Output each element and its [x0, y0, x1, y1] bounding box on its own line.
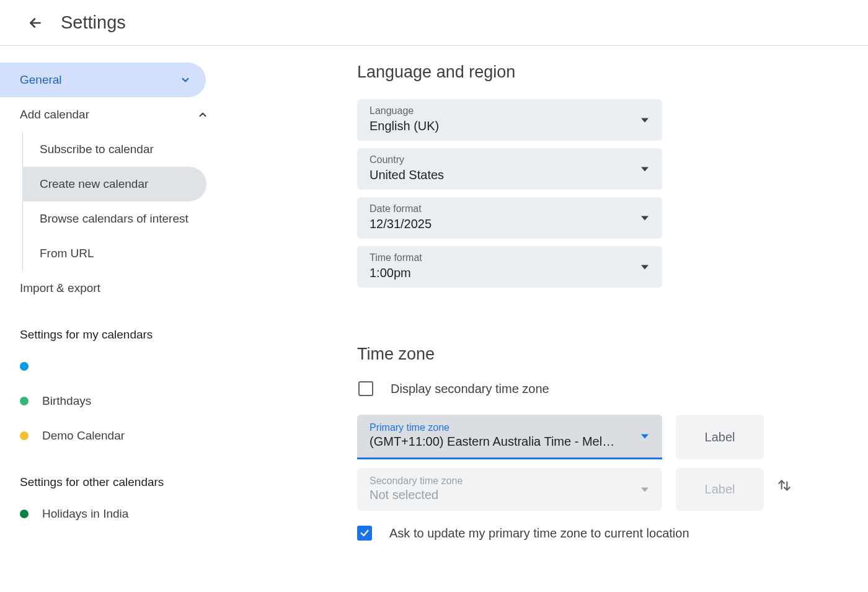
calendar-color-dot: [20, 397, 29, 405]
sidebar-heading-my-calendars: Settings for my calendars: [0, 306, 223, 349]
dropdown-icon: [641, 433, 649, 440]
section-title-timezone: Time zone: [357, 345, 868, 364]
sidebar-sub-from-url[interactable]: From URL: [22, 236, 223, 271]
select-label: Primary time zone: [370, 422, 650, 433]
sidebar-cal-item-0[interactable]: [0, 349, 223, 384]
sidebar-item-add-calendar[interactable]: Add calendar: [0, 97, 223, 132]
sidebar-cal-item-holidays-india[interactable]: Holidays in India: [0, 497, 223, 531]
dropdown-icon: [641, 263, 649, 271]
back-button[interactable]: [21, 9, 50, 37]
check-icon: [360, 528, 370, 538]
select-label: Secondary time zone: [370, 475, 650, 487]
select-label: Language: [370, 105, 650, 117]
sidebar: General Add calendar Subscribe to calend…: [0, 63, 223, 541]
dropdown-icon: [641, 117, 649, 124]
sidebar-item-import-export[interactable]: Import & export: [0, 271, 223, 306]
sidebar-sub-browse[interactable]: Browse calendars of interest: [22, 201, 223, 236]
language-select[interactable]: Language English (UK): [357, 99, 662, 141]
page-title: Settings: [61, 12, 126, 33]
calendar-color-dot: [20, 362, 29, 371]
sidebar-item-label: Holidays in India: [42, 507, 128, 521]
secondary-tz-label-button: Label: [676, 468, 764, 511]
select-value: (GMT+11:00) Eastern Australia Time - Mel…: [370, 435, 618, 449]
select-value: Not selected: [370, 488, 650, 502]
date-format-select[interactable]: Date format 12/31/2025: [357, 197, 662, 239]
select-value: English (UK): [370, 119, 650, 133]
chevron-up-icon: [197, 109, 208, 120]
dropdown-icon: [641, 486, 649, 493]
chevron-down-icon: [180, 74, 191, 86]
sidebar-item-label: Add calendar: [20, 108, 89, 121]
section-title-language-region: Language and region: [357, 63, 868, 82]
checkbox-label: Display secondary time zone: [391, 382, 549, 396]
sidebar-heading-other-calendars: Settings for other calendars: [0, 453, 223, 497]
swap-vertical-icon: [776, 477, 792, 493]
calendar-color-dot: [20, 431, 29, 440]
sidebar-item-label: Import & export: [20, 281, 100, 295]
dropdown-icon: [641, 166, 649, 173]
select-value: 12/31/2025: [370, 217, 650, 231]
sidebar-cal-item-birthdays[interactable]: Birthdays: [0, 384, 223, 418]
dropdown-icon: [641, 214, 649, 222]
primary-tz-label-button[interactable]: Label: [676, 415, 764, 459]
sidebar-sub-subscribe[interactable]: Subscribe to calendar: [22, 132, 223, 167]
primary-timezone-select[interactable]: Primary time zone (GMT+11:00) Eastern Au…: [357, 415, 662, 459]
select-label: Country: [370, 154, 650, 166]
select-value: United States: [370, 168, 650, 182]
select-label: Date format: [370, 203, 650, 214]
checkbox-label: Ask to update my primary time zone to cu…: [389, 526, 689, 541]
country-select[interactable]: Country United States: [357, 148, 662, 190]
sidebar-item-general[interactable]: General: [0, 63, 206, 97]
sidebar-item-label: Demo Calendar: [42, 429, 125, 443]
sidebar-item-label: Subscribe to calendar: [40, 143, 154, 156]
display-secondary-checkbox[interactable]: [358, 381, 373, 396]
secondary-timezone-select: Secondary time zone Not selected: [357, 468, 662, 511]
swap-timezones-button[interactable]: [776, 477, 795, 496]
sidebar-item-label: From URL: [40, 247, 94, 260]
select-value: 1:00pm: [370, 266, 650, 280]
sidebar-item-label: Browse calendars of interest: [40, 212, 188, 226]
time-format-select[interactable]: Time format 1:00pm: [357, 246, 662, 288]
sidebar-item-label: General: [20, 73, 62, 87]
sidebar-item-label: Birthdays: [42, 394, 91, 408]
sidebar-sub-create-new[interactable]: Create new calendar: [22, 167, 206, 201]
sidebar-cal-item-demo[interactable]: Demo Calendar: [0, 418, 223, 453]
calendar-color-dot: [20, 510, 29, 518]
ask-update-timezone-checkbox[interactable]: [357, 526, 372, 541]
sidebar-item-label: Create new calendar: [40, 177, 148, 191]
select-label: Time format: [370, 252, 650, 263]
arrow-left-icon: [27, 15, 43, 31]
